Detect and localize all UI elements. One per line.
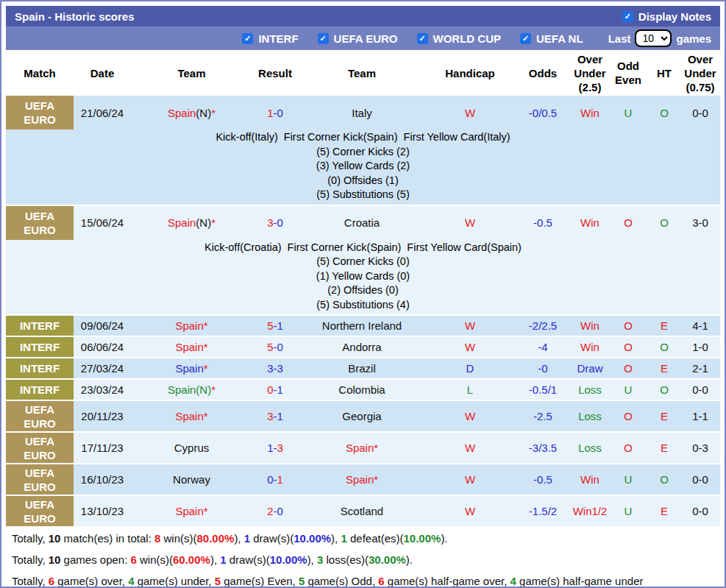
- text-segment: 1-0: [692, 340, 708, 354]
- text-segment: *: [211, 383, 216, 397]
- team1-cell: Spain*: [131, 496, 252, 526]
- note-line: (1) Yellow Cards (0): [6, 269, 720, 284]
- filter-world-cup[interactable]: ✓WORLD CUP: [417, 32, 502, 45]
- text-segment: Colombia: [338, 383, 385, 397]
- over-under-25-cell: O: [608, 433, 648, 463]
- table-row: UEFA EURO 15/06/24 Spain(N)* 3-0 Croatia…: [6, 206, 720, 240]
- last-label: Last: [608, 32, 631, 45]
- totals-line: Totally, 10 games open: 6 win(s)(60.00%)…: [6, 549, 720, 570]
- text-segment: ),: [234, 532, 243, 545]
- text-segment: O: [624, 361, 633, 375]
- text-segment: win(s)(: [137, 553, 173, 566]
- text-segment: E: [661, 361, 668, 375]
- over-under-25-cell: U: [608, 496, 648, 526]
- over-under-25-cell: O: [608, 401, 648, 431]
- text-segment: *: [211, 216, 216, 230]
- odd-even-cell: E: [648, 496, 680, 526]
- text-segment: W: [465, 340, 475, 354]
- text-segment: Win1/2: [573, 504, 608, 518]
- note-line: Kick-off(Croatia) First Corner Kick(Spai…: [6, 241, 720, 255]
- column-header: OddEven: [608, 50, 648, 96]
- table-row: UEFA EURO 13/10/23 Spain* 2-0 Scotland W…: [6, 496, 720, 526]
- over-under-25-cell: O: [608, 316, 648, 336]
- text-segment: 0-0: [692, 472, 708, 486]
- text-segment: 2: [267, 504, 273, 518]
- text-segment: E: [661, 504, 668, 518]
- text-segment: 10.00%: [293, 532, 331, 545]
- filter-uefa-euro[interactable]: ✓UEFA EURO: [318, 32, 398, 45]
- table-row-group: UEFA EURO 16/10/23 Norway 0-1 Spain* W -…: [6, 464, 720, 496]
- last-games-select[interactable]: 10: [635, 29, 672, 47]
- text-segment: Spain*: [175, 340, 207, 354]
- handicap-cell: -0/0.5: [514, 96, 572, 130]
- text-segment: Andorra: [342, 340, 381, 354]
- ht-cell: 0-3: [680, 433, 720, 463]
- odd-even-cell: O: [648, 206, 680, 240]
- handicap-cell: -0: [514, 358, 572, 378]
- text-segment: W: [465, 216, 475, 230]
- table-row: UEFA EURO 21/06/24 Spain(N)* 1-0 Italy W…: [6, 96, 720, 130]
- text-segment: 3-3: [267, 361, 283, 375]
- text-segment: 3-0: [692, 216, 708, 230]
- text-segment: win(s)(: [160, 532, 196, 545]
- text-segment: -1.5/2: [529, 504, 557, 518]
- odd-even-cell: O: [648, 96, 680, 130]
- table-row: UEFA EURO 17/11/23 Cyprus 1-3 Spain* W -…: [6, 433, 720, 463]
- text-segment: W: [465, 472, 475, 486]
- over-under-25-cell: O: [608, 206, 648, 240]
- over-under-25-cell: U: [608, 380, 648, 400]
- text-segment: Win: [580, 216, 599, 230]
- checkbox-checked-icon[interactable]: ✓: [622, 11, 633, 22]
- text-segment: O: [624, 216, 633, 230]
- wdl-cell: W: [426, 316, 514, 336]
- text-segment: 5: [267, 319, 273, 333]
- over-under-075-cell: U: [720, 380, 726, 400]
- handicap-cell: -0.5/1: [514, 380, 572, 400]
- checkbox-checked-icon[interactable]: ✓: [417, 33, 428, 44]
- text-segment: Cyprus: [174, 441, 210, 455]
- text-segment: Scotland: [341, 504, 383, 518]
- table-row-group: INTERF 27/03/24 Spain* 3-3 Brazil D -0 D…: [6, 358, 720, 380]
- checkbox-checked-icon[interactable]: ✓: [318, 33, 329, 44]
- over-under-075-cell: O: [720, 337, 726, 357]
- historic-scores-panel: Spain - Historic scores ✓ Display Notes …: [0, 0, 726, 588]
- team1-cell: Norway: [131, 464, 252, 495]
- text-segment: E: [661, 409, 668, 423]
- note-line: (5) Corner Kicks (2): [6, 145, 720, 160]
- text-segment: W: [465, 504, 475, 518]
- filter-interf[interactable]: ✓INTERF: [242, 32, 298, 45]
- team1-cell: Spain(N)*: [131, 96, 252, 130]
- text-segment: -2.5: [533, 409, 552, 423]
- team2-cell: Brazil: [298, 358, 426, 378]
- display-notes-toggle[interactable]: ✓ Display Notes: [622, 10, 711, 23]
- text-segment: U: [624, 472, 633, 486]
- table-row-group: UEFA EURO 13/10/23 Spain* 2-0 Scotland W…: [6, 496, 720, 528]
- ht-cell: 1-0: [680, 337, 720, 357]
- team2-cell: Northern Ireland: [298, 316, 426, 336]
- text-segment: 1: [244, 532, 250, 545]
- result-cell: 1-3: [252, 433, 298, 463]
- text-segment: U: [624, 383, 633, 397]
- text-segment: D: [466, 361, 474, 375]
- table-header-row: MatchDateTeamResultTeamHandicapOddsOverU…: [6, 50, 720, 96]
- text-segment: game(s) half-game over,: [385, 575, 510, 587]
- text-segment: U: [624, 504, 633, 518]
- filter-uefa-nl[interactable]: ✓UEFA NL: [520, 32, 583, 45]
- result-cell: 5-0: [252, 337, 298, 357]
- match-notes: Kick-off(Italy) First Corner Kick(Spain)…: [6, 130, 720, 205]
- display-notes-label: Display Notes: [638, 10, 711, 23]
- team1-cell: Spain*: [131, 316, 252, 336]
- wdl-cell: W: [426, 206, 514, 240]
- filter-label: UEFA NL: [536, 32, 583, 45]
- checkbox-checked-icon[interactable]: ✓: [520, 33, 531, 44]
- text-segment: Loss: [578, 441, 602, 455]
- competition-badge: UEFA EURO: [6, 401, 74, 431]
- text-segment: Spain(N): [168, 383, 211, 397]
- totals-line: Totally, 10 match(es) in total: 8 win(s)…: [6, 528, 720, 549]
- table-row-group: UEFA EURO 17/11/23 Cyprus 1-3 Spain* W -…: [6, 433, 720, 464]
- odds-cell: Loss: [572, 401, 608, 431]
- wdl-cell: D: [426, 358, 514, 378]
- text-segment: O: [624, 441, 633, 455]
- text-segment: Win: [580, 319, 599, 333]
- checkbox-checked-icon[interactable]: ✓: [242, 33, 253, 44]
